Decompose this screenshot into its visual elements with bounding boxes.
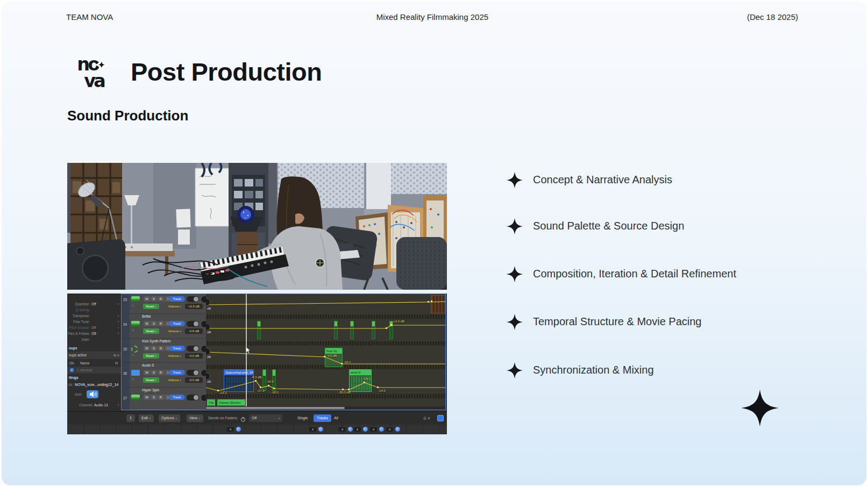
instrument-icon	[131, 296, 140, 302]
groups-menu-button[interactable]: ⊖ ∨	[67, 353, 121, 359]
course-title: Mixed Reality Filmmaking 2025	[376, 12, 488, 22]
record-button[interactable]: R	[158, 395, 164, 400]
automation-mode-select[interactable]: Read∨	[143, 353, 159, 359]
inspector-param[interactable]: Gain:	[67, 338, 121, 343]
filter-single[interactable]: Single	[297, 414, 308, 422]
mute-button[interactable]: M	[144, 321, 150, 326]
channel-badge[interactable]: 4	[339, 427, 353, 432]
track-toggle[interactable]	[187, 370, 199, 376]
automation-label: -24.1	[344, 361, 351, 364]
track-mode-button[interactable]: Track	[169, 296, 185, 302]
inspector-param[interactable]: Q-Swing:	[67, 308, 121, 313]
track-mode-button[interactable]: Track	[169, 370, 185, 375]
automation-mode-select[interactable]: Read∨	[143, 328, 159, 334]
pan-knob-icon	[318, 427, 323, 432]
track-toggle[interactable]	[187, 395, 199, 400]
inspector-param[interactable]: Transpose:∨	[67, 314, 121, 319]
disclosure-icon[interactable]: ›	[132, 353, 133, 357]
instrument-icon	[131, 395, 140, 400]
channel-badge[interactable]: 4	[227, 427, 241, 432]
record-button[interactable]: R	[158, 346, 164, 351]
channel-row[interactable]: Channel:Audio 13∨	[67, 403, 121, 409]
inspector-param[interactable]: Fine Tune:∨	[67, 320, 121, 325]
sparkle-icon	[506, 313, 523, 331]
big-sparkle-icon	[741, 389, 779, 427]
options-menu[interactable]: Options ∨	[159, 414, 180, 422]
automation-label: -8.3 dB	[251, 376, 261, 379]
inspector-param[interactable]: Flex & Follow:Off∨	[67, 332, 121, 337]
automation-value: -0.8 dB	[185, 328, 203, 334]
page-title: Post Production	[131, 57, 322, 87]
mixer-view-icon[interactable]	[437, 415, 444, 421]
channel-badge[interactable]: 4	[370, 427, 384, 432]
channel-badge[interactable]: 4	[354, 427, 368, 432]
db-label: dB	[207, 307, 211, 310]
solo-button[interactable]: S	[151, 370, 157, 375]
track-number: 26	[122, 371, 129, 375]
solo-button[interactable]: S	[151, 321, 157, 326]
record-button[interactable]: R	[158, 370, 164, 375]
studio-photo	[67, 163, 447, 290]
disclosure-icon[interactable]: ›	[132, 377, 133, 381]
track-name-row: ck: NOVA_scre...ording12_14	[67, 383, 121, 388]
track-number: 25	[122, 347, 129, 351]
track-mode-button[interactable]: Track	[169, 321, 185, 326]
mute-button[interactable]: M	[144, 296, 150, 302]
track-row: 25 Kick Synth Pattern M S R I Track › Re…	[122, 339, 206, 363]
track-toggle[interactable]	[187, 296, 199, 302]
list-item-label: Composition, Iteration & Detail Refineme…	[533, 268, 736, 280]
automation-label: -17.3	[257, 389, 265, 392]
channel-badge[interactable]: 4	[309, 427, 323, 432]
loop-icon	[131, 346, 138, 353]
automation-param-select[interactable]: Volume∨	[167, 328, 183, 334]
track-mode-button[interactable]: Track	[169, 346, 185, 351]
group-member-label: 1 member	[67, 368, 121, 374]
record-button[interactable]: R	[158, 296, 164, 302]
pan-knob-icon	[348, 427, 353, 432]
automation-param-select[interactable]: Volume∨	[167, 304, 183, 309]
inspector-param[interactable]: Pitch Source:Off∨	[67, 326, 121, 331]
automation-param-select[interactable]: Volume∨	[167, 377, 183, 383]
track-name: Brittle	[142, 314, 151, 318]
track-toggle[interactable]	[187, 346, 199, 352]
automation-mode-select[interactable]: Read∨	[143, 304, 159, 309]
automation-value: +0.5 dB	[185, 304, 203, 309]
mute-button[interactable]: M	[144, 395, 150, 400]
scrollbar-thumb[interactable]	[206, 407, 345, 409]
disclosure-icon[interactable]: ›	[132, 328, 133, 332]
db-label: dB	[207, 380, 211, 383]
sparkle-icon	[506, 171, 523, 189]
record-button[interactable]: R	[158, 321, 164, 326]
pan-knob-icon	[363, 427, 368, 432]
sends-mode-select[interactable]: Off∨	[249, 414, 282, 422]
filter-all[interactable]: All	[334, 414, 338, 422]
solo-button[interactable]: S	[151, 346, 157, 351]
mixer-settings-icon[interactable]: ◎ ∨	[423, 414, 430, 422]
solo-button[interactable]: S	[151, 296, 157, 302]
mute-button[interactable]: M	[144, 346, 150, 351]
automation-label: -19.1	[363, 377, 371, 381]
date-label: (Dec 18 2025)	[747, 12, 798, 22]
automation-label: -23.1	[219, 391, 227, 395]
daw-track-region: 23 M S R I Track › Read∨ Volume∨ +0.5 dB…	[121, 293, 446, 410]
disclosure-icon[interactable]: ›	[132, 304, 133, 307]
solo-button[interactable]: S	[151, 395, 157, 400]
pan-knob-icon	[395, 427, 400, 432]
sparkle-icon	[506, 266, 523, 283]
power-icon[interactable]	[240, 416, 246, 423]
filter-tracks[interactable]: Tracks	[314, 414, 331, 422]
automation-param-select[interactable]: Volume∨	[167, 353, 183, 359]
channel-badge[interactable]: 4	[386, 427, 400, 432]
daw-screenshot: Quantize:Off∨ Q-Swing: Transpose:∨ Fine …	[67, 293, 447, 434]
view-menu[interactable]: View ∨	[187, 414, 203, 422]
track-mode-button[interactable]: Track	[169, 395, 185, 400]
track-icon-button[interactable]	[87, 390, 98, 398]
inspector-param[interactable]: Quantize:Off∨	[67, 302, 121, 307]
automation-mode-select[interactable]: Read∨	[143, 377, 159, 383]
section-subtitle: Sound Production	[67, 108, 188, 124]
mute-button[interactable]: M	[144, 370, 150, 375]
local-inspector-icon[interactable]: ↥	[126, 414, 135, 422]
track-number: 23	[122, 298, 129, 302]
track-toggle[interactable]	[187, 321, 199, 327]
edit-menu[interactable]: Edit ∨	[139, 414, 154, 422]
